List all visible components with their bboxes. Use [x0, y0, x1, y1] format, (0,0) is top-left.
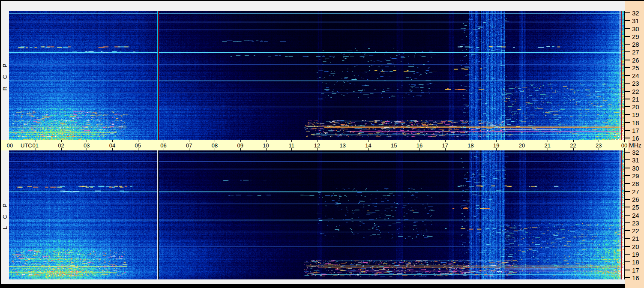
- freq-tick-28-lcp: [625, 183, 630, 184]
- hour-tick-15: [394, 148, 394, 150]
- freq-tick-23-rcp: [625, 83, 630, 84]
- freq-label-20-lcp: 20: [632, 243, 639, 250]
- freq-label-29-lcp: 29: [632, 172, 639, 179]
- hour-tick-23: [599, 148, 599, 150]
- freq-tick-32-rcp: [625, 12, 630, 13]
- hour-tick-24: [624, 148, 625, 150]
- freq-tick-18-rcp: [625, 122, 630, 123]
- hour-tick-0: [10, 148, 10, 150]
- freq-tick-26-rcp: [625, 60, 630, 60]
- freq-label-24-rcp: 24: [632, 72, 639, 79]
- hour-tick-4: [112, 148, 113, 150]
- hour-label-9: 09: [237, 142, 243, 149]
- freq-tick-20-rcp: [625, 106, 630, 107]
- freq-tick-30-rcp: [625, 28, 630, 29]
- utc-unit-label: UTC: [21, 142, 32, 149]
- freq-tick-26-lcp: [625, 199, 630, 200]
- hour-tick-6: [164, 148, 164, 150]
- freq-label-26-rcp: 26: [632, 56, 639, 63]
- hour-label-8: 08: [212, 142, 218, 149]
- hour-label-23: 23: [596, 142, 602, 149]
- freq-tick-31-lcp: [625, 159, 630, 160]
- freq-tick-17-lcp: [625, 270, 630, 270]
- freq-tick-25-lcp: [625, 207, 630, 207]
- hour-label-24: 00: [621, 142, 627, 149]
- hour-tick-16: [419, 148, 420, 150]
- bottom-gray-strip: [1, 279, 625, 284]
- freq-label-28-lcp: 28: [632, 180, 639, 187]
- hour-tick-2: [61, 148, 62, 150]
- freq-label-17-lcp: 17: [632, 266, 639, 273]
- freq-tick-18-lcp: [625, 261, 630, 262]
- freq-label-27-lcp: 27: [632, 188, 639, 195]
- freq-label-20-rcp: 20: [632, 103, 639, 111]
- hour-tick-20: [522, 148, 522, 150]
- freq-tick-20-lcp: [625, 246, 630, 247]
- freq-tick-16-rcp: [625, 138, 630, 138]
- freq-tick-21-lcp: [625, 238, 630, 239]
- hour-tick-18: [471, 148, 471, 150]
- freq-label-19-lcp: 19: [632, 251, 639, 258]
- hour-label-18: 18: [467, 142, 473, 149]
- freq-tick-31-rcp: [625, 20, 630, 21]
- hour-label-17: 17: [442, 142, 448, 149]
- freq-label-18-lcp: 18: [632, 258, 639, 266]
- polarization-label-lcp: L C P: [1, 198, 9, 232]
- spectrogram-rcp: [9, 11, 624, 140]
- freq-tick-29-rcp: [625, 36, 630, 37]
- hour-tick-3: [87, 148, 87, 150]
- lcp-label-text: L C P: [2, 200, 9, 229]
- freq-label-16-rcp: 16: [632, 135, 639, 142]
- freq-label-21-rcp: 21: [632, 95, 639, 102]
- freq-label-28-rcp: 28: [632, 41, 639, 48]
- freq-label-30-rcp: 30: [632, 25, 639, 32]
- hour-label-4: 04: [109, 142, 115, 149]
- hour-tick-7: [189, 148, 189, 150]
- freq-label-27-rcp: 27: [632, 48, 639, 56]
- freq-tick-24-rcp: [625, 75, 630, 76]
- hour-label-20: 20: [519, 142, 525, 149]
- hour-tick-21: [548, 148, 548, 150]
- hour-tick-5: [138, 148, 138, 150]
- hour-label-2: 02: [58, 142, 64, 149]
- spectrograph-window: AJ4CO Observatory 22 Aug 2020 - DPS on T…: [0, 0, 644, 288]
- freq-label-25-rcp: 25: [632, 64, 639, 71]
- hour-label-7: 07: [186, 142, 192, 149]
- freq-label-19-rcp: 19: [632, 111, 639, 118]
- freq-label-24-lcp: 24: [632, 211, 639, 219]
- freq-label-21-lcp: 21: [632, 235, 639, 242]
- hour-tick-8: [215, 148, 215, 150]
- hour-tick-22: [573, 148, 574, 150]
- freq-label-26-lcp: 26: [632, 195, 639, 203]
- hour-label-3: 03: [84, 142, 90, 149]
- freq-tick-21-rcp: [625, 99, 630, 99]
- freq-label-22-rcp: 22: [632, 87, 639, 95]
- freq-tick-25-rcp: [625, 67, 630, 68]
- freq-label-18-rcp: 18: [632, 119, 639, 126]
- freq-tick-29-lcp: [625, 175, 630, 176]
- hour-tick-12: [317, 148, 318, 150]
- hour-label-6: 06: [160, 142, 166, 149]
- hour-tick-10: [266, 148, 267, 150]
- freq-tick-19-rcp: [625, 114, 630, 115]
- hour-label-13: 13: [340, 142, 346, 149]
- hour-tick-13: [343, 148, 343, 150]
- freq-label-23-lcp: 23: [632, 219, 639, 226]
- hour-tick-9: [240, 148, 241, 150]
- hour-label-19: 19: [493, 142, 499, 149]
- rcp-label-text: R C P: [2, 60, 9, 90]
- hour-label-12: 12: [314, 142, 320, 149]
- freq-label-31-lcp: 31: [632, 156, 639, 164]
- polarization-label-rcp: R C P: [1, 58, 9, 93]
- freq-tick-30-lcp: [625, 168, 630, 168]
- freq-tick-22-lcp: [625, 230, 630, 231]
- freq-tick-19-lcp: [625, 254, 630, 255]
- hour-tick-17: [445, 148, 446, 150]
- freq-tick-27-rcp: [625, 51, 630, 52]
- hour-tick-19: [496, 148, 497, 150]
- freq-label-31-rcp: 31: [632, 17, 639, 24]
- freq-tick-32-lcp: [625, 152, 630, 153]
- freq-tick-23-lcp: [625, 222, 630, 223]
- title-bar: AJ4CO Observatory 22 Aug 2020 - DPS on T…: [1, 1, 625, 11]
- hour-label-14: 14: [365, 142, 371, 149]
